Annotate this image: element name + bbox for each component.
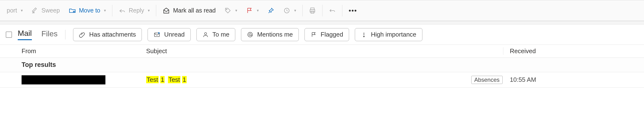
categorize-button[interactable]: ▾ [220,3,242,18]
column-received[interactable]: Received [510,47,644,55]
separator [503,47,503,55]
filter-label: Has attachments [89,31,136,38]
tab-mail[interactable]: Mail [18,29,32,40]
clock-icon [283,7,290,14]
toolbar-separator [156,5,156,16]
tag-icon [224,7,232,14]
select-all-checkbox[interactable] [6,32,12,38]
svg-point-9 [248,32,253,37]
svg-rect-3 [311,8,314,10]
column-headers: From Subject Received [0,45,644,58]
column-received-label: Received [510,47,536,55]
row-from [22,75,146,85]
filter-has-attachments[interactable]: Has attachments [73,28,142,41]
undo-button[interactable] [324,3,340,18]
undo-icon [329,7,336,14]
filter-label: Unread [164,31,184,38]
sweep-icon [32,7,38,14]
svg-point-7 [158,32,160,34]
highlight: 1 [160,76,164,83]
svg-point-11 [364,36,364,37]
more-button[interactable]: ••• [344,3,361,18]
print-button[interactable] [304,3,320,18]
filter-label: Mentions me [257,31,293,38]
reply-button[interactable]: Reply ▾ [114,3,154,18]
redacted-sender [22,75,106,85]
person-icon [202,32,209,38]
chevron-down-icon: ▾ [257,8,259,13]
reply-label: Reply [129,7,144,14]
toolbar-separator [322,5,322,16]
sweep-button[interactable]: Sweep [27,3,64,18]
move-to-label: Move to [79,7,100,14]
print-icon [309,7,316,14]
row-received: 10:55 AM [510,76,644,84]
toolbar-separator [302,5,302,16]
message-row[interactable]: Test 1 Test 1 Absences 10:55 AM [0,72,644,88]
envelope-open-icon [162,7,170,15]
chevron-down-icon: ▾ [235,8,237,13]
column-subject[interactable]: Subject [146,47,510,55]
section-top-results: Top results [0,58,644,72]
filter-flagged[interactable]: Flagged [304,28,349,41]
separator [65,30,66,39]
spacer [0,21,644,25]
toolbar-separator [112,5,112,16]
filter-label: High importance [371,31,416,38]
highlight: Test [146,76,158,83]
flag-icon [310,32,317,38]
move-to-button[interactable]: Move to ▾ [64,3,110,18]
importance-icon [361,32,367,38]
category-badge[interactable]: Absences [471,76,503,84]
ellipsis-icon: ••• [348,7,357,15]
snooze-button[interactable]: ▾ [279,3,300,18]
column-from[interactable]: From [22,47,146,55]
chevron-down-icon: ▾ [148,8,150,13]
svg-point-8 [204,32,206,35]
chevron-down-icon: ▾ [21,8,23,13]
flag-icon [246,7,253,14]
flag-button[interactable]: ▾ [242,3,263,18]
folder-move-icon [68,7,76,15]
toolbar-separator [342,5,342,16]
filter-label: To me [212,31,230,38]
tab-files[interactable]: Files [42,29,58,40]
chevron-down-icon: ▾ [294,8,296,13]
report-button[interactable]: port ▾ [2,3,27,18]
row-subject: Test 1 Test 1 Absences [146,76,510,84]
filter-unread[interactable]: Unread [148,28,190,41]
filter-mentions-me[interactable]: Mentions me [241,28,299,41]
reply-icon [118,7,126,14]
mark-all-read-button[interactable]: Mark all as read [158,3,220,18]
filter-to-me[interactable]: To me [196,28,236,41]
at-sign-icon [247,32,253,38]
pin-button[interactable] [263,3,279,18]
svg-point-10 [249,33,251,36]
filter-label: Flagged [320,31,343,38]
report-label: port [7,7,17,14]
filter-high-importance[interactable]: High importance [355,28,422,41]
pin-icon [268,7,274,14]
envelope-unread-icon [154,31,160,38]
paperclip-icon [79,32,85,38]
highlight: 1 [182,76,186,83]
filter-bar: Mail Files Has attachments Unread To me … [0,25,644,45]
chevron-down-icon: ▾ [104,8,106,13]
toolbar: port ▾ Sweep Move to ▾ Reply ▾ Mark all … [0,0,644,21]
scope-tabs: Mail Files [18,29,58,40]
highlight: Test [168,76,180,83]
mark-all-read-label: Mark all as read [173,7,216,14]
sweep-label: Sweep [42,7,60,14]
svg-point-1 [226,9,227,10]
